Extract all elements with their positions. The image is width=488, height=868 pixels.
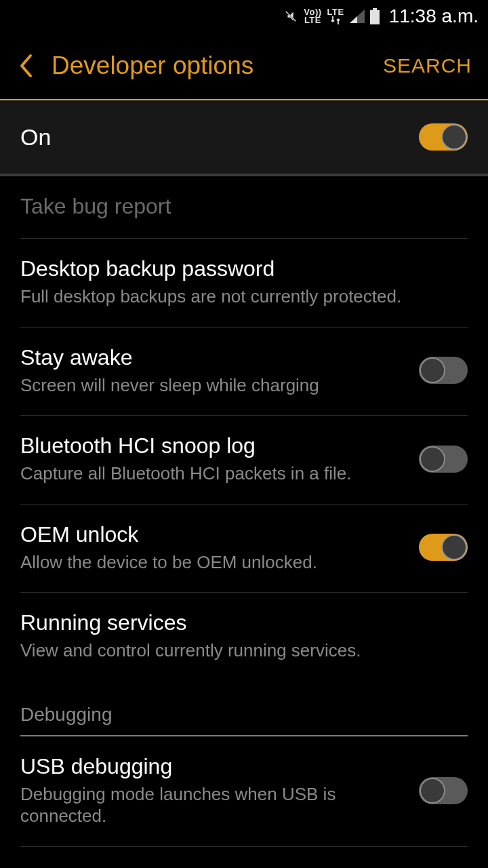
mute-icon [283, 9, 298, 24]
item-subtitle: Capture all Bluetooth HCI packets in a f… [20, 462, 405, 485]
svg-rect-3 [370, 10, 380, 24]
master-toggle-label: On [20, 124, 405, 151]
svg-rect-2 [373, 8, 377, 10]
item-title: OEM unlock [20, 522, 405, 547]
battery-icon [370, 8, 380, 24]
item-take-bug-report[interactable]: Take bug report [20, 176, 468, 239]
item-subtitle: Debugging mode launches when USB is conn… [20, 783, 405, 827]
volte-icon: Vo)) LTE [304, 8, 321, 24]
settings-list: Take bug report Desktop backup password … [0, 176, 488, 681]
app-header: Developer options SEARCH [0, 33, 488, 100]
item-title: Running services [20, 610, 468, 635]
lte-icon: LTE [327, 8, 344, 24]
item-oem-unlock[interactable]: OEM unlock Allow the device to be OEM un… [20, 505, 468, 593]
back-button[interactable] [16, 51, 35, 81]
toggle-oem-unlock[interactable] [419, 534, 468, 561]
item-subtitle: Allow the device to be OEM unlocked. [20, 551, 405, 574]
toggle-usb-debugging[interactable] [419, 777, 468, 804]
section-label: Debugging [20, 704, 468, 726]
item-title: Stay awake [20, 345, 405, 370]
item-subtitle: Screen will never sleep while charging [20, 374, 405, 397]
search-button[interactable]: SEARCH [383, 54, 472, 77]
item-title: USB debugging [20, 754, 405, 779]
item-subtitle: Full desktop backups are not currently p… [20, 285, 468, 308]
item-usb-debugging[interactable]: USB debugging Debugging mode launches wh… [20, 736, 468, 847]
toggle-stay-awake[interactable] [419, 357, 468, 384]
status-bar: Vo)) LTE LTE 11:38 a.m. [0, 0, 488, 33]
item-title: Take bug report [20, 194, 468, 219]
item-stay-awake[interactable]: Stay awake Screen will never sleep while… [20, 328, 468, 416]
item-title: Desktop backup password [20, 256, 468, 281]
master-toggle-switch[interactable] [419, 123, 468, 151]
section-debugging: Debugging [20, 681, 468, 736]
item-desktop-backup-password[interactable]: Desktop backup password Full desktop bac… [20, 239, 468, 328]
debugging-list: USB debugging Debugging mode launches wh… [0, 736, 488, 847]
svg-line-1 [286, 12, 296, 22]
item-running-services[interactable]: Running services View and control curren… [20, 593, 468, 681]
item-subtitle: View and control currently running servi… [20, 639, 468, 662]
item-bluetooth-hci-snoop[interactable]: Bluetooth HCI snoop log Capture all Blue… [20, 416, 468, 505]
page-title: Developer options [52, 52, 367, 80]
status-time: 11:38 a.m. [389, 5, 479, 27]
master-toggle-row[interactable]: On [0, 100, 488, 176]
signal-icon [350, 9, 365, 23]
item-title: Bluetooth HCI snoop log [20, 433, 405, 458]
toggle-bluetooth-hci[interactable] [419, 446, 468, 473]
